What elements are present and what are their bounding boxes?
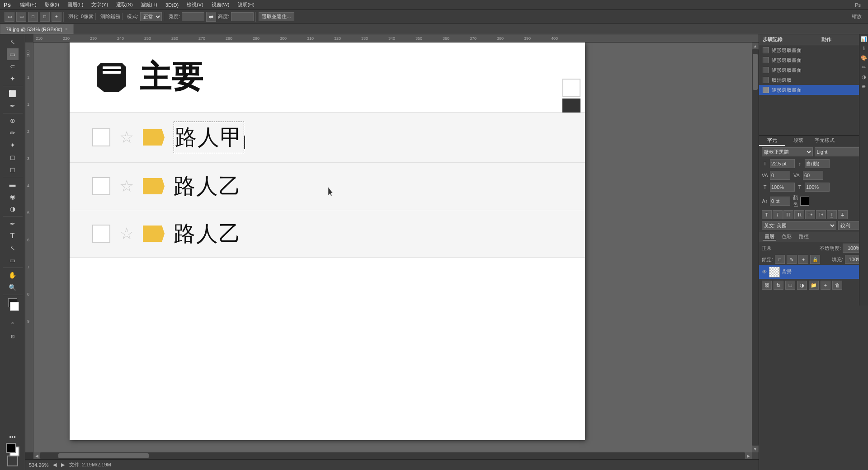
histogram-icon[interactable]: 📊 (861, 36, 867, 42)
row3-star[interactable]: ☆ (119, 224, 134, 243)
toolbar-mode-select[interactable]: 正常 (140, 12, 162, 21)
text-tool[interactable]: T (7, 230, 19, 242)
layer-link-btn[interactable]: ⛓ (762, 281, 772, 290)
layer-fx-btn[interactable]: fx (774, 281, 783, 290)
adjust-icon[interactable]: ⊕ (862, 84, 866, 89)
lock-all-btn[interactable]: 🔒 (810, 255, 820, 264)
h-scroll-thumb[interactable] (58, 453, 149, 458)
spot-heal-tool[interactable]: ⊕ (7, 115, 19, 127)
bg-color-swatch[interactable] (10, 302, 19, 311)
toolbar-height-input[interactable] (231, 12, 254, 21)
brush-preset-icon[interactable]: ✏ (862, 65, 866, 70)
extra-tools-btn[interactable]: ••• (7, 431, 19, 443)
toolbar-flow-btn[interactable]: ⇌ (206, 12, 216, 22)
blur-tool[interactable]: ◉ (7, 191, 19, 202)
layer-tab-layers[interactable]: 圖層 (763, 233, 776, 240)
h-scroll-right[interactable]: ▶ (745, 452, 752, 459)
italic-btn[interactable]: T (773, 210, 783, 219)
all-caps-btn[interactable]: TT (783, 210, 793, 219)
background-layer[interactable]: 👁 背景 🔒 (759, 265, 868, 279)
layer-adj-btn[interactable]: ◑ (797, 281, 807, 290)
row1-checkbox[interactable] (92, 128, 110, 146)
char-tab-char[interactable]: 字元 (759, 136, 785, 146)
fg-swatch[interactable] (6, 443, 16, 453)
layer-comp-icon[interactable]: ◑ (862, 74, 866, 80)
canvas-container[interactable]: 主要 ☆ 路人甲 (33, 42, 752, 452)
subscript-btn[interactable]: T+ (816, 210, 826, 219)
toolbar-tool-btn2[interactable]: ▭ (16, 12, 26, 22)
tab-close-btn[interactable]: × (65, 27, 68, 32)
v-scroll-down[interactable]: ▼ (752, 446, 759, 452)
lock-position-btn[interactable]: + (798, 255, 808, 264)
baseline-input[interactable] (770, 197, 790, 206)
gradient-tool[interactable]: ▬ (7, 179, 19, 190)
superscript-btn[interactable]: T+ (805, 210, 815, 219)
menu-select[interactable]: 選取(S) (113, 0, 137, 9)
menu-text[interactable]: 文字(Y) (88, 0, 112, 9)
kerning-input[interactable] (803, 171, 823, 180)
scale-h-input[interactable] (770, 183, 795, 192)
row2-checkbox[interactable] (92, 177, 110, 195)
rect-select-tool[interactable]: ▭ (7, 48, 19, 60)
text-color-swatch[interactable] (800, 197, 809, 206)
nav-arrow-left[interactable]: ◀ (53, 462, 57, 468)
scale-v-input[interactable] (805, 183, 830, 192)
crop-tool[interactable]: ⬜ (7, 88, 19, 99)
step-item-2[interactable]: 矩形選取畫面 (759, 65, 868, 75)
v-scroll-thumb[interactable] (753, 54, 758, 90)
menu-3d[interactable]: 3D(D) (162, 1, 182, 9)
layer-delete-btn[interactable]: 🗑 (832, 281, 842, 290)
toolbar-tool-btn4[interactable]: □ (40, 12, 50, 22)
row1-star[interactable]: ☆ (119, 128, 134, 147)
move-tool[interactable]: ↖ (7, 36, 19, 48)
font-style-select[interactable]: Light (815, 147, 866, 156)
menu-help[interactable]: 說明(H) (234, 0, 258, 9)
step-item-0[interactable]: 矩形選取畫面 (759, 45, 868, 55)
magic-wand-tool[interactable]: ✦ (7, 73, 19, 85)
layer-tab-path[interactable]: 路徑 (797, 233, 811, 240)
bold-btn[interactable]: T (762, 210, 772, 219)
v-scroll-up[interactable]: ▲ (752, 42, 759, 49)
menu-image[interactable]: 影像(I) (41, 0, 63, 9)
lock-paint-btn[interactable]: ✎ (787, 255, 797, 264)
nav-arrow-right[interactable]: ▶ (61, 462, 65, 468)
step-item-4[interactable]: 矩形選取畫面 (759, 85, 868, 95)
tracking-input[interactable] (770, 171, 790, 180)
row3-checkbox[interactable] (92, 225, 110, 243)
menu-filter[interactable]: 濾鏡(T) (137, 0, 161, 9)
underline-btn[interactable]: T (827, 210, 837, 219)
layer-new-btn[interactable]: + (821, 281, 830, 290)
toolbar-flow-input[interactable] (182, 12, 204, 21)
row2-star[interactable]: ☆ (119, 177, 134, 196)
h-scroll-left[interactable]: ◀ (33, 452, 40, 459)
menu-layer[interactable]: 圖層(L) (64, 0, 87, 9)
menu-window[interactable]: 視窗(W) (208, 0, 233, 9)
lasso-tool[interactable]: ⊂ (7, 61, 19, 72)
eraser-tool[interactable]: ◻ (7, 164, 19, 175)
char-tab-style[interactable]: 字元樣式 (811, 136, 838, 146)
pen-tool[interactable]: ✒ (7, 218, 19, 230)
menu-edit[interactable]: 編輯(E) (16, 0, 40, 9)
dodge-tool[interactable]: ◑ (7, 203, 19, 215)
quick-mask-btn[interactable]: ○ (7, 317, 19, 329)
v-scrollbar[interactable]: ▲ ▼ (752, 42, 759, 452)
toolbar-tool-btn3[interactable]: □ (28, 12, 38, 22)
shape-tool[interactable]: ▭ (7, 254, 19, 266)
small-caps-btn[interactable]: Tt (794, 210, 804, 219)
row1-text-selected[interactable]: 路人甲 (174, 122, 244, 153)
toolbar-tool-btn1[interactable]: ▭ (5, 12, 14, 22)
layer-visibility-icon[interactable]: 👁 (762, 269, 767, 275)
hand-tool[interactable]: ✋ (7, 269, 19, 281)
document-tab[interactable]: 79.jpg @ 534% (RGB/8#) × (0, 24, 74, 34)
select-subject-button[interactable]: 選取並遮住... (259, 12, 294, 21)
toolbar-tool-btn5[interactable]: + (52, 12, 61, 22)
lock-transparent-btn[interactable]: □ (775, 255, 785, 264)
zoom-tool[interactable]: 🔍 (7, 282, 19, 293)
layer-mask-btn[interactable]: □ (785, 281, 795, 290)
step-item-3[interactable]: 取消選取 (759, 75, 868, 85)
eyedropper-tool[interactable]: ✒ (7, 100, 19, 112)
menu-view[interactable]: 檢視(V) (183, 0, 207, 9)
layer-tab-color[interactable]: 色彩 (780, 233, 793, 240)
brush-tool[interactable]: ✏ (7, 127, 19, 139)
step-item-1[interactable]: 矩形選取畫面 (759, 55, 868, 65)
